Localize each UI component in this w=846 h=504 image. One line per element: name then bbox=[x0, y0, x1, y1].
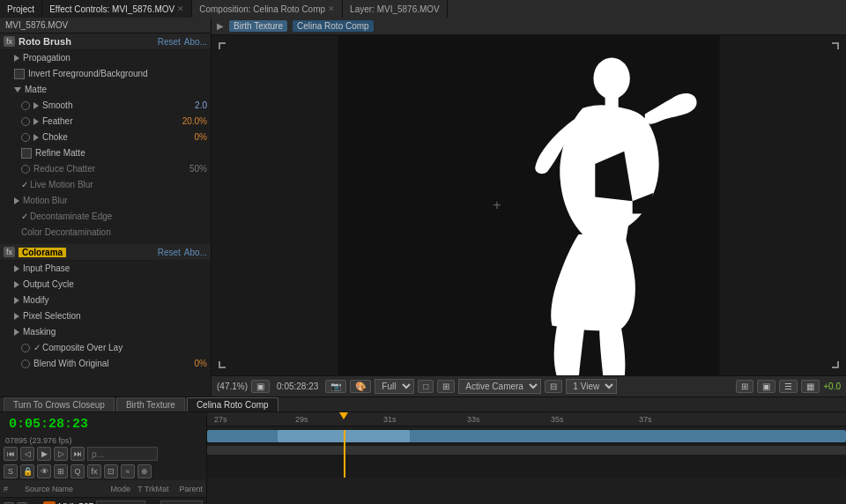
invert-checkbox[interactable] bbox=[14, 69, 25, 79]
fps-row: 07895 (23.976 fps) bbox=[0, 436, 206, 445]
refine-checkbox[interactable] bbox=[21, 148, 32, 159]
timeline-tab-crows[interactable]: Turn To Crows Closeup bbox=[4, 397, 115, 411]
motion-blur-btn[interactable]: ≈ bbox=[121, 464, 135, 478]
frame-blend-btn[interactable]: ⊡ bbox=[104, 464, 118, 478]
color-decontam-label: Color Decontamination bbox=[21, 227, 207, 237]
corner-br bbox=[832, 361, 839, 368]
solo-btn[interactable]: S bbox=[4, 464, 18, 478]
motion-blur-row[interactable]: Motion Blur bbox=[0, 193, 211, 209]
invert-row[interactable]: Invert Foreground/Background bbox=[0, 66, 211, 82]
pixel-selection-row[interactable]: Pixel Selection bbox=[0, 308, 211, 324]
roto-brush-header[interactable]: fx Roto Brush Reset Abo... bbox=[0, 33, 211, 50]
play-btn[interactable]: ▶ bbox=[37, 447, 51, 461]
colorama-header[interactable]: fx Colorama Reset Abo... bbox=[0, 244, 211, 261]
colorama-reset-btn[interactable]: Reset bbox=[158, 248, 181, 257]
choke-stopwatch[interactable] bbox=[21, 133, 30, 142]
end-btn[interactable]: ⏭ bbox=[70, 447, 85, 461]
blend-value[interactable]: 0% bbox=[176, 359, 207, 368]
timeline-content: 0:05:28:23 07895 (23.976 fps) ⏮ ◁ ▶ ▷ ⏭ … bbox=[0, 412, 846, 504]
feather-value[interactable]: 20.0% bbox=[176, 116, 207, 126]
timeline-tracks[interactable]: 27s 29s 31s 33s 35s 37s bbox=[207, 412, 846, 504]
smooth-value[interactable]: 2.0 bbox=[176, 100, 207, 110]
effects-btn[interactable]: fx bbox=[87, 464, 101, 478]
cam-btn[interactable]: 📷 bbox=[325, 380, 346, 393]
reduce-chatter-row[interactable]: Reduce Chatter 50% bbox=[0, 161, 211, 177]
composite-stopwatch[interactable] bbox=[21, 344, 30, 352]
adjustment-btn[interactable]: ⊕ bbox=[137, 464, 152, 478]
reduce-stopwatch[interactable] bbox=[21, 165, 30, 174]
timeline-tabs-bar: Turn To Crows Closeup Birth Texture Celi… bbox=[0, 397, 846, 412]
svg-rect-0 bbox=[338, 35, 719, 375]
colorama-badge: Colorama bbox=[19, 248, 66, 257]
blend-row[interactable]: Blend With Original 0% bbox=[0, 356, 211, 372]
main-timecode[interactable]: 0:05:28:23 bbox=[4, 414, 93, 434]
layer-headers-row: # Source Name Mode T TrkMat Parent bbox=[0, 480, 206, 498]
collapse-btn[interactable]: ⊞ bbox=[54, 464, 68, 478]
lock-btn[interactable]: 🔒 bbox=[20, 464, 34, 478]
viewer-btn-d[interactable]: ▦ bbox=[801, 380, 820, 393]
reduce-value[interactable]: 50% bbox=[176, 164, 207, 174]
input-phase-row[interactable]: Input Phase bbox=[0, 261, 211, 277]
motion-blur-label: Motion Blur bbox=[23, 196, 207, 205]
home-btn[interactable]: ⏮ bbox=[4, 447, 18, 461]
ruler-35s: 35s bbox=[551, 415, 564, 424]
composite-label: Composite Over Lay bbox=[42, 343, 207, 352]
viewer-btn-b[interactable]: ▣ bbox=[757, 380, 776, 393]
zoom-display[interactable]: (47.1%) bbox=[217, 382, 248, 391]
birth-texture-tab[interactable]: Birth Texture bbox=[229, 20, 287, 32]
roto-reset-btn[interactable]: Reset bbox=[158, 37, 181, 47]
colorama-about-btn[interactable]: Abo... bbox=[184, 248, 207, 257]
grid-btn[interactable]: ⊞ bbox=[437, 380, 455, 393]
prev-frame-btn[interactable]: ◁ bbox=[20, 447, 34, 461]
next-frame-btn[interactable]: ▷ bbox=[54, 447, 68, 461]
layer-row-1: ☀ 👁 1 ▶ MVI_5876.MOV Normal T None bbox=[0, 498, 206, 504]
refine-label: Refine Matte bbox=[35, 148, 207, 158]
green-value-display: +0.0 bbox=[823, 382, 841, 391]
choke-row[interactable]: Choke 0% bbox=[0, 130, 211, 145]
search-input[interactable] bbox=[87, 447, 158, 461]
live-motion-row[interactable]: ✓ Live Motion Blur bbox=[0, 177, 211, 193]
tab-composition[interactable]: Composition: Celina Roto Comp ✕ bbox=[192, 0, 343, 18]
viewer-btn-c[interactable]: ☰ bbox=[779, 380, 798, 393]
tab-layer[interactable]: Layer: MVI_5876.MOV bbox=[343, 0, 448, 18]
output-cycle-row[interactable]: Output Cycle bbox=[0, 277, 211, 293]
feather-row[interactable]: Feather 20.0% bbox=[0, 114, 211, 130]
camera-select[interactable]: Active Camera bbox=[458, 379, 541, 394]
layer-mode-select[interactable]: Normal bbox=[96, 500, 145, 504]
shy-btn[interactable]: 👁 bbox=[37, 464, 51, 478]
matte-row[interactable]: Matte bbox=[0, 82, 211, 98]
smooth-row[interactable]: Smooth 2.0 bbox=[0, 98, 211, 114]
quality-btn[interactable]: Q bbox=[70, 464, 85, 478]
feather-stopwatch[interactable] bbox=[21, 117, 30, 126]
color-decontam-row[interactable]: Color Decontamination bbox=[0, 225, 211, 241]
roto-about-btn[interactable]: Abo... bbox=[184, 37, 207, 47]
tab-project[interactable]: Project bbox=[0, 0, 42, 18]
color-btn[interactable]: 🎨 bbox=[350, 380, 371, 393]
modify-row[interactable]: Modify bbox=[0, 293, 211, 308]
figure-silhouette bbox=[212, 35, 846, 375]
quality-select[interactable]: Full bbox=[375, 379, 414, 394]
resolution-btn[interactable]: ▣ bbox=[251, 380, 270, 393]
smooth-stopwatch[interactable] bbox=[21, 101, 30, 110]
tab-effect-controls[interactable]: Effect Controls: MVI_5876.MOV ✕ bbox=[42, 0, 192, 18]
timeline-tab-celina[interactable]: Celina Roto Comp bbox=[187, 397, 278, 411]
layer-timeline-bar[interactable] bbox=[207, 430, 846, 442]
comp-viewer-header: ▶ Birth Texture Celina Roto Comp bbox=[212, 18, 846, 35]
masking-row[interactable]: Masking bbox=[0, 324, 211, 340]
view-count-select[interactable]: 1 View bbox=[566, 379, 617, 394]
decontam-row[interactable]: ✓ Decontaminate Edge bbox=[0, 209, 211, 225]
choke-value[interactable]: 0% bbox=[176, 132, 207, 142]
safe-btn[interactable]: □ bbox=[418, 380, 434, 393]
view-layout-btn[interactable]: ⊟ bbox=[545, 380, 562, 393]
timeline-tab-birth[interactable]: Birth Texture bbox=[116, 397, 185, 411]
blend-stopwatch[interactable] bbox=[21, 359, 30, 368]
propagation-row[interactable]: Propagation bbox=[0, 50, 211, 66]
refine-matte-row[interactable]: Refine Matte bbox=[0, 145, 211, 161]
viewer-btn-a[interactable]: ⊞ bbox=[736, 380, 753, 393]
tab-close-icon[interactable]: ✕ bbox=[177, 4, 184, 13]
comp-header-text: ▶ bbox=[217, 21, 224, 31]
celina-roto-comp-tab[interactable]: Celina Roto Comp bbox=[293, 20, 374, 32]
composite-row[interactable]: ✓ Composite Over Lay bbox=[0, 340, 211, 356]
parent-select[interactable]: None bbox=[160, 500, 203, 504]
tab-comp-close-icon[interactable]: ✕ bbox=[328, 4, 335, 13]
